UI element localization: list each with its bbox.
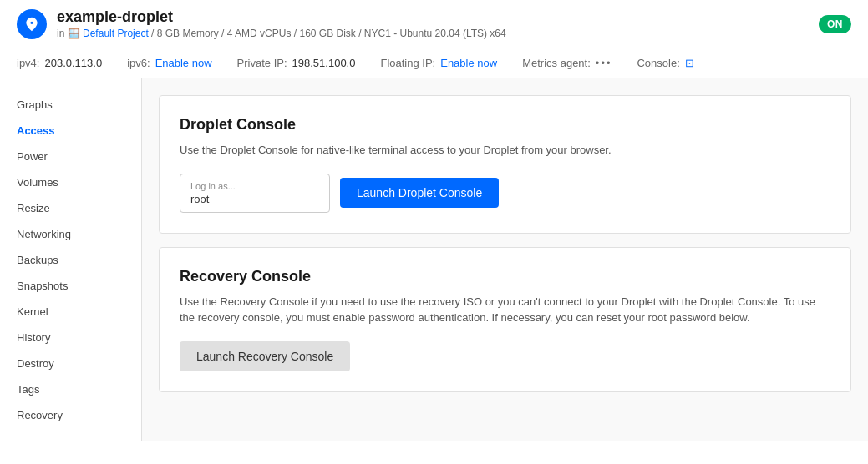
private-ip-item: Private IP: 198.51.100.0 [237,57,356,69]
sidebar-item-tags[interactable]: Tags [0,376,141,402]
floating-ip-enable-link[interactable]: Enable now [440,57,497,69]
project-link[interactable]: Default Project [83,28,149,39]
ipv4-item: ipv4: 203.0.113.0 [17,57,102,69]
ipv4-label: ipv4: [17,57,39,69]
ipv6-enable-link[interactable]: Enable now [155,57,212,69]
console-item: Console: ⊡ [637,57,693,69]
header-info: example-droplet in 🪟 Default Project / 8… [57,8,819,39]
sidebar-item-destroy[interactable]: Destroy [0,351,141,376]
sidebar-item-backups[interactable]: Backups [0,247,141,273]
sidebar-item-snapshots[interactable]: Snapshots [0,273,141,299]
metrics-label: Metrics agent: [522,57,591,69]
droplet-console-action: Log in as... root Launch Droplet Console [180,174,830,213]
droplet-console-title: Droplet Console [180,116,830,134]
main-content: Droplet Console Use the Droplet Console … [142,78,868,441]
private-ip-label: Private IP: [237,57,287,69]
recovery-console-desc: Use the Recovery Console if you need to … [180,294,830,326]
sidebar-item-history[interactable]: History [0,325,141,351]
sidebar-item-recovery[interactable]: Recovery [0,402,141,428]
sidebar-item-kernel[interactable]: Kernel [0,299,141,325]
private-ip-value: 198.51.100.0 [292,57,356,69]
floating-ip-label: Floating IP: [380,57,435,69]
ipv6-label: ipv6: [127,57,150,69]
login-as-value: root [190,193,319,205]
sidebar-item-networking[interactable]: Networking [0,221,141,247]
droplet-name: example-droplet [57,8,819,26]
login-as-label: Log in as... [190,181,319,191]
sidebar-item-power[interactable]: Power [0,144,141,169]
recovery-console-title: Recovery Console [180,268,830,285]
sidebar: Graphs Access Power Volumes Resize Netwo… [0,78,142,441]
windows-icon: 🪟 [68,28,80,39]
header: example-droplet in 🪟 Default Project / 8… [0,0,868,48]
droplet-subtitle: in 🪟 Default Project / 8 GB Memory / 4 A… [57,28,819,39]
sidebar-item-resize[interactable]: Resize [0,195,141,221]
droplet-specs: 8 GB Memory / 4 AMD vCPUs / 160 GB Disk … [157,28,391,39]
metrics-dots[interactable]: ••• [596,57,612,69]
page-layout: Graphs Access Power Volumes Resize Netwo… [0,78,868,441]
info-bar: ipv4: 203.0.113.0 ipv6: Enable now Priva… [0,48,868,78]
sidebar-item-volumes[interactable]: Volumes [0,169,141,195]
ipv6-item: ipv6: Enable now [127,57,211,69]
sidebar-item-graphs[interactable]: Graphs [0,92,141,118]
ipv4-value: 203.0.113.0 [44,57,102,69]
console-label: Console: [637,57,679,69]
launch-droplet-console-button[interactable]: Launch Droplet Console [340,178,499,208]
launch-recovery-console-button[interactable]: Launch Recovery Console [180,341,350,371]
metrics-item: Metrics agent: ••• [522,57,612,69]
console-expand-icon[interactable]: ⊡ [685,57,694,69]
floating-ip-item: Floating IP: Enable now [380,57,497,69]
power-toggle[interactable]: ON [819,15,851,33]
login-as-field[interactable]: Log in as... root [180,174,330,213]
droplet-os: Ubuntu 20.04 (LTS) x64 [400,28,506,39]
droplet-icon [17,9,47,39]
droplet-console-desc: Use the Droplet Console for native-like … [180,142,830,159]
recovery-console-card: Recovery Console Use the Recovery Consol… [159,247,851,392]
droplet-console-card: Droplet Console Use the Droplet Console … [159,95,851,234]
sidebar-item-access[interactable]: Access [0,118,141,144]
